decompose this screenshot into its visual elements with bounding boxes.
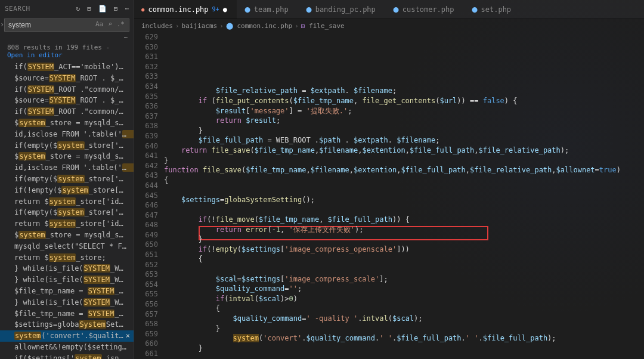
code-line[interactable]: {	[164, 175, 644, 185]
search-result-item[interactable]: mysqld_select("SELECT * FROM '.table('sy…	[0, 241, 134, 252]
breadcrumb-item[interactable]: baijiacms	[182, 22, 218, 30]
new-search-icon[interactable]: 📄	[98, 5, 107, 13]
regex-icon[interactable]: .*	[115, 20, 126, 28]
collapse-icon[interactable]: ⊟	[114, 5, 118, 13]
line-gutter: 6296306316326336346356366376386396406416…	[134, 32, 164, 359]
line-number: 651	[134, 250, 158, 260]
search-result-item[interactable]: if(empty($system_store['isclose']))	[0, 207, 134, 218]
code-line[interactable]: {	[164, 254, 644, 264]
line-number: 656	[134, 299, 158, 310]
code-line[interactable]: $quality_command=' -quality '.intval($sc…	[164, 314, 644, 324]
code-line[interactable]: $quality_command='';	[164, 284, 644, 294]
search-result-item[interactable]: if(empty($system_store['id']))	[0, 174, 134, 185]
match-case-icon[interactable]: Aa	[94, 20, 105, 28]
code-area[interactable]: 6296306316326336346356366376386396406416…	[134, 32, 644, 359]
search-result-item[interactable]: if(SYSTEM_ROOT ."common/template/web...	[0, 106, 134, 117]
code-line[interactable]	[164, 205, 644, 215]
search-extra-icon[interactable]: ⋯	[0, 33, 134, 41]
open-in-editor-link[interactable]: Open in editor	[7, 51, 63, 59]
search-result-item[interactable]: return $system_store;	[0, 252, 134, 264]
clear-icon[interactable]: ⊟	[87, 5, 91, 13]
close-icon[interactable]: ×	[126, 331, 130, 341]
line-number: 642	[134, 161, 158, 171]
code-line[interactable]: }	[164, 126, 644, 136]
search-result-item[interactable]: $file_tmp_name = SYSTEM_WEBROOT . $path …	[0, 308, 134, 320]
code-line[interactable]: if (file_put_contents($file_tmp_name, fi…	[164, 96, 644, 106]
search-result-item[interactable]: return $system_store['id'];	[0, 218, 134, 230]
more-icon[interactable]: ⋯	[125, 5, 129, 13]
breadcrumb-item[interactable]: includes	[141, 22, 173, 30]
file-icon: ●	[141, 7, 144, 13]
code-line[interactable]: {	[164, 304, 644, 314]
search-result-item[interactable]: } while(is_file(SYSTEM_WEBROOT . $path .…	[0, 297, 134, 308]
code-line[interactable]: }	[164, 324, 644, 334]
line-number: 644	[134, 181, 158, 191]
search-result-item[interactable]: if(!empty($system_store['isclose']))	[0, 185, 134, 196]
code-line[interactable]: if(!file_move($file_tmp_name, $file_full…	[164, 215, 644, 225]
search-result-item[interactable]: $settings=globaSystemSetting();	[0, 319, 134, 330]
search-result-item[interactable]: if(SYSTEM_ROOT ."common/template/mo...	[0, 84, 134, 95]
breadcrumb-separator: ›	[219, 22, 224, 30]
code-line[interactable]: return $result;	[164, 116, 644, 126]
search-result-item[interactable]: allownet&&!empty($settings['system_isnet…	[0, 342, 134, 353]
search-result-item[interactable]: $system_store = mysqld_select('SELECT id…	[0, 117, 134, 129]
code-line[interactable]: $file_full_path = WEB_ROOT .$path . $ext…	[164, 135, 644, 146]
match-word-icon[interactable]: ⌕	[106, 20, 114, 28]
search-result-item[interactable]: $system_store = mysqld_select("SELECT * …	[0, 230, 134, 241]
code-line[interactable]: $file_relative_path = $extpath. $filenam…	[164, 86, 644, 96]
search-result-item[interactable]: $source=SYSTEM_ROOT . $_CMS['module']."/…	[0, 73, 134, 84]
editor-tab[interactable]: ●common.inc.php9+●	[134, 0, 237, 18]
code-line[interactable]: if(intval($scal)>0)	[164, 294, 644, 304]
line-number: 638	[134, 121, 158, 131]
breadcrumb-separator: ›	[295, 22, 299, 30]
line-number: 655	[134, 289, 158, 299]
editor-tab[interactable]: ⬤customer.php	[386, 0, 465, 18]
line-number: 636	[134, 101, 158, 112]
code-line[interactable]: return error(-1, '保存上传文件失败');	[164, 225, 644, 235]
code-line[interactable]	[164, 353, 644, 359]
refresh-icon[interactable]: ↻	[76, 5, 80, 13]
code-content[interactable]: $file_relative_path = $extpath. $filenam…	[164, 32, 644, 359]
line-number: 659	[134, 329, 158, 339]
editor-tab[interactable]: ⬤set.php	[465, 0, 522, 18]
breadcrumb-item[interactable]: ⬤ common.inc.php	[226, 22, 292, 30]
search-result-item[interactable]: id,isclose FROM '.table('system_store').…	[0, 162, 134, 174]
search-result-item[interactable]: id,isclose FROM '.table('system_store').…	[0, 129, 134, 140]
search-result-item[interactable]: if($settings['system_isnetattach']==1)	[0, 353, 134, 359]
breadcrumb[interactable]: includes›baijiacms›⬤ common.inc.php›⊡ fi…	[134, 19, 644, 32]
search-result-item[interactable]: if(SYSTEM_ACT=='mobile') {	[0, 61, 134, 73]
search-tools: Aa ⌕ .*	[94, 20, 126, 28]
tab-label: banding_pc.php	[315, 5, 376, 14]
line-number: 629	[134, 32, 158, 42]
code-line[interactable]: $settings=globaSystemSetting();	[164, 195, 644, 205]
search-result-item[interactable]: $file_tmp_name = SYSTEM_WEBROOT . $path …	[0, 286, 134, 297]
line-number: 653	[134, 270, 158, 280]
code-line[interactable]: }	[164, 156, 644, 166]
file-icon: ⬤	[393, 7, 399, 13]
search-result-item[interactable]: } while(is_file(SYSTEM_WEBROOT . $path .…	[0, 274, 134, 286]
code-line[interactable]: return file_save($file_tmp_name,$filenam…	[164, 146, 644, 156]
line-number: 634	[134, 82, 158, 92]
code-line[interactable]: $scal=$settings['image_compress_scale'];	[164, 274, 644, 284]
editor-tab[interactable]: ⬤banding_pc.php	[299, 0, 386, 18]
code-line[interactable]: $result['message'] = '提取失败.';	[164, 106, 644, 116]
breadcrumb-item[interactable]: ⊡ file_save	[301, 22, 345, 30]
code-line[interactable]: function file_save($file_tmp_name,$filen…	[164, 165, 644, 175]
code-line[interactable]: system('convert'.$quality_command.' '.$f…	[164, 333, 644, 343]
code-line[interactable]: }	[164, 234, 644, 245]
code-line[interactable]	[164, 264, 644, 274]
search-result-item[interactable]: $source=SYSTEM_ROOT . $_CMS['module']."/…	[0, 95, 134, 106]
search-result-item[interactable]: } while(is_file(SYSTEM_WEBROOT . $path .…	[0, 263, 134, 274]
results-list[interactable]: if(SYSTEM_ACT=='mobile') {$source=SYSTEM…	[0, 61, 134, 359]
breadcrumb-separator: ›	[175, 22, 179, 30]
search-result-item[interactable]: return $system_store['id'];	[0, 196, 134, 208]
line-number: 646	[134, 200, 158, 211]
editor-tab[interactable]: ⬤team.php	[237, 0, 299, 18]
search-result-item[interactable]: if(empty($system_store['id']))	[0, 140, 134, 151]
search-result-item[interactable]: $system_store = mysqld_select('SELECT id…	[0, 151, 134, 162]
search-result-item[interactable]: system('convert'.$quality_command.' '.$f…	[0, 330, 134, 342]
code-line[interactable]: }	[164, 343, 644, 354]
expand-icon[interactable]: ›	[0, 20, 4, 29]
code-line[interactable]	[164, 185, 644, 195]
code-line[interactable]: if(!empty($settings['image_compress_open…	[164, 245, 644, 255]
